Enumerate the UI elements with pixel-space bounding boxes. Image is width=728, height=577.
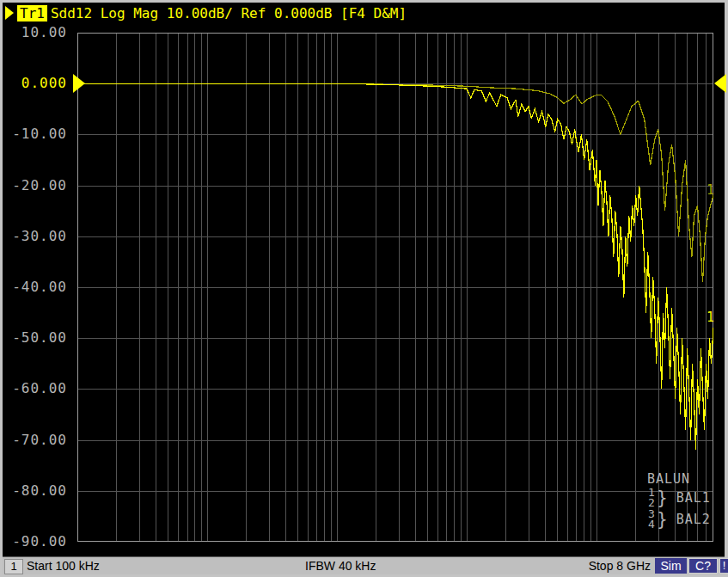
y-axis-label: 10.00 xyxy=(0,24,67,40)
balun-group-2-label: BAL2 xyxy=(676,512,711,527)
channel-indicator[interactable]: 1 xyxy=(4,559,23,574)
trace-plot xyxy=(77,33,713,542)
ref-level-marker-right-icon[interactable] xyxy=(714,74,726,93)
trace1-data-end-label: 1 xyxy=(707,310,714,325)
balun-group-2: 3 4 } BAL2 xyxy=(647,509,711,530)
balun-group-2-ports: 3 4 xyxy=(647,509,656,530)
balun-legend-title: BALUN xyxy=(647,471,711,487)
y-axis-label: -40.00 xyxy=(0,279,67,295)
ref-level-marker-left-icon[interactable] xyxy=(73,74,85,93)
y-axis-label: -10.00 xyxy=(0,126,67,142)
balun-group-1-label: BAL1 xyxy=(676,490,711,506)
balun-group-1-ports: 1 2 xyxy=(647,488,656,508)
vna-window: Tr1 Sdd12 Log Mag 10.00dB/ Ref 0.000dB [… xyxy=(0,0,728,577)
correction-status-badge[interactable]: C? xyxy=(688,558,718,574)
port-4: 4 xyxy=(647,519,656,530)
brace-icon: } xyxy=(657,488,668,508)
trace1-memory-end-label: 1 xyxy=(707,182,714,198)
y-axis-label: -60.00 xyxy=(0,380,67,396)
balun-legend: BALUN 1 2 } BAL1 3 4 } BAL2 xyxy=(647,471,711,530)
balun-group-1: 1 2 } BAL1 xyxy=(647,488,711,508)
active-trace-arrow-icon xyxy=(5,6,14,20)
trace-badge[interactable]: Tr1 xyxy=(17,5,47,21)
y-axis-label: -30.00 xyxy=(0,228,67,244)
trace-title-bar: Tr1 Sdd12 Log Mag 10.00dB/ Ref 0.000dB [… xyxy=(5,4,407,21)
stop-frequency: Stop 8 GHz xyxy=(589,557,651,574)
ref-level-label: 0.000 xyxy=(0,75,67,91)
y-axis-label: -50.00 xyxy=(0,329,67,346)
y-axis-label: -90.00 xyxy=(0,533,67,549)
y-axis-label: -80.00 xyxy=(0,482,67,499)
graticule xyxy=(77,33,713,542)
simulator-mode-badge[interactable]: Sim xyxy=(655,558,687,574)
alert-badge[interactable]: ! xyxy=(719,558,728,574)
brace-icon: } xyxy=(657,509,668,530)
y-axis-label: -20.00 xyxy=(0,177,67,193)
trace-title: Sdd12 Log Mag 10.00dB/ Ref 0.000dB [F4 D… xyxy=(51,5,407,21)
status-bar: 1 Start 100 kHz IFBW 40 kHz Stop 8 GHz S… xyxy=(3,556,725,574)
start-frequency: Start 100 kHz xyxy=(27,557,100,574)
y-axis-label: -70.00 xyxy=(0,432,67,448)
ifbw-value: IFBW 40 kHz xyxy=(305,557,376,574)
